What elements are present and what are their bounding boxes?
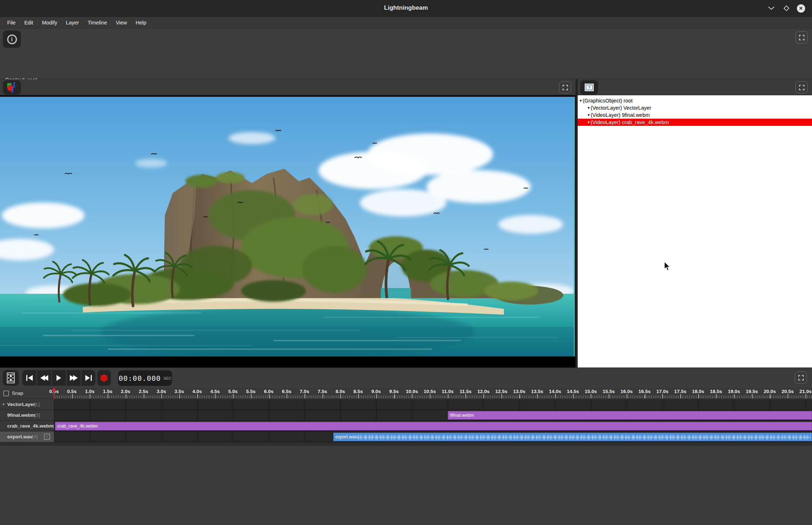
track-mute-checkbox[interactable]: - [44,434,50,440]
close-icon: ✕ [797,4,805,13]
playhead[interactable] [51,388,57,399]
stage-header [0,79,576,95]
ruler-tick-label: 6.5s [282,389,291,394]
ruler-tick-label: 4.0s [193,389,202,394]
film-strip-icon [6,373,15,383]
track-label-9final-webm[interactable]: 9final.webm[S] [0,410,54,421]
maximize-button[interactable] [782,4,791,13]
ruler-tick-label: 8.0s [335,389,345,394]
timeline-ruler[interactable]: Snap 0.0s0.5s1.0s1.5s2.0s2.5s3.0s3.5s4.0… [0,388,812,399]
track-label-export-wav[interactable]: export.wav[A]- [0,432,54,442]
track-name: VectorLayer [7,402,35,407]
time-value: 00:00.000 [119,374,161,383]
draw-tools-button[interactable] [3,80,21,95]
ruler-tick-label: 3.0s [157,389,166,394]
ruler-tick-label: 13.0s [513,389,525,394]
expand-arrow-icon[interactable]: ▼ [587,120,590,124]
ruler-tick-label: 2.5s [139,389,148,394]
track-label-vectorlayer[interactable]: ▼VectorLayer[L] [0,399,54,410]
ruler-tick-label: 11.0s [442,389,454,394]
ruler-tick-label: 21.0s [799,389,812,394]
tree-row[interactable]: ▼(VideoLayer) 9final.webm [578,111,812,119]
ruler-tick-label: 6.0s [264,389,273,394]
island-video-frame [0,97,575,356]
record-button[interactable] [97,370,111,386]
bar-icon [91,375,92,381]
info-button[interactable]: i [3,31,21,48]
ruler-tick-label: 3.5s [175,389,184,394]
bar-icon [26,375,27,381]
ruler-tick-label: 5.0s [228,389,238,394]
track-type-badge: [L] [35,402,40,407]
skip-to-start-button[interactable] [22,370,36,386]
time-display[interactable]: 00:00.000 SEC [118,370,172,386]
tree-row[interactable]: ▼(VideoLayer) crab_rave_4k.webm [578,119,812,126]
shapes-icon [6,82,18,93]
menu-item-file[interactable]: File [4,19,19,27]
triangle-left-icon [44,375,48,381]
tree-row[interactable]: ▼(VectorLayer) VectorLayer [578,104,812,111]
record-icon [100,374,108,382]
clip-crab-rave-4k-webm[interactable]: crab_rave_4k.webm [55,422,812,430]
expand-arrow-icon[interactable]: ▼ [587,106,590,110]
clip-label: 9final.webm [450,413,474,418]
ruler-tick-label: 17.5s [674,389,686,394]
triangle-left-icon [28,375,33,381]
ruler-tick-label: 14.0s [549,389,561,394]
clip-9final-webm[interactable]: 9final.webm [448,411,812,420]
menu-item-layer[interactable]: Layer [62,19,82,27]
ruler-tick-label: 15.0s [585,389,597,394]
ruler-tick-label: 19.5s [746,389,758,394]
ruler-tick-label: 19.0s [728,389,740,394]
ruler-tick-label: 17.0s [656,389,668,394]
track-label-column: ▼VectorLayer[L]9final.webm[S]crab_rave_4… [0,399,54,442]
diamond-icon [783,5,790,12]
timeline-footer-divider [0,442,812,446]
time-unit-label: SEC [163,376,172,380]
stage-viewport[interactable] [0,95,576,368]
fast-forward-button[interactable] [67,370,81,386]
play-button[interactable] [52,370,66,386]
film-strip-button[interactable] [3,370,19,386]
clip-label: export.wav [335,434,357,439]
scene-tree-expand-button[interactable] [795,81,808,93]
expand-arrow-icon[interactable]: ▼ [587,113,590,117]
skip-to-end-button[interactable] [81,370,95,386]
tree-row-label: (GraphicsObject) root [583,98,633,104]
menu-item-edit[interactable]: Edit [21,19,37,27]
minimize-button[interactable] [767,4,776,13]
track-lanes[interactable]: 9final.webmcrab_rave_4k.webmexport.wav [54,399,812,442]
ruler-tick-label: 10.0s [406,389,418,394]
expand-arrow-icon[interactable]: ▼ [579,99,582,102]
ruler-tick-label: 5.5s [246,389,256,394]
tree-row-label: (VideoLayer) 9final.webm [591,112,650,118]
triangle-right-icon [73,375,78,381]
timeline-controls: 00:00.000 SEC [0,368,812,388]
expand-icon [798,375,804,380]
video-preview [0,97,575,356]
rewind-button[interactable] [37,370,51,386]
tree-row[interactable]: ▼(GraphicsObject) root [578,97,812,104]
menu-item-modify[interactable]: Modify [38,19,61,27]
ruler-tick-label: 1.0s [85,389,94,394]
ruler-tick-label: 7.5s [318,389,327,394]
track-label-crab-rave-4k-webm[interactable]: crab_rave_4k.webm[S] [0,421,54,432]
close-button[interactable]: ✕ [796,4,806,13]
timeline-tracks: ▼VectorLayer[L]9final.webm[S]crab_rave_4… [0,399,812,442]
ruler-tick-label: 12.5s [495,389,508,394]
ruler-tick-label: 9.5s [389,389,398,394]
track-type-badge: [S] [35,413,40,418]
scene-tree-button[interactable]: ? [580,80,598,95]
stage-expand-button[interactable] [559,81,571,93]
timeline-expand-button[interactable] [795,371,807,384]
track-expand-arrow-icon[interactable]: ▼ [2,399,5,410]
inspector-expand-button[interactable] [795,31,808,44]
ruler-tick-label: 16.0s [621,389,633,394]
track-name: 9final.webm [7,412,35,418]
ruler-tick-label: 1.5s [103,389,112,394]
clip-export-wav[interactable]: export.wav [333,433,812,441]
menu-item-help[interactable]: Help [132,19,150,27]
menu-item-view[interactable]: View [112,19,131,27]
expand-icon [799,85,804,90]
menu-item-timeline[interactable]: Timeline [84,19,110,27]
